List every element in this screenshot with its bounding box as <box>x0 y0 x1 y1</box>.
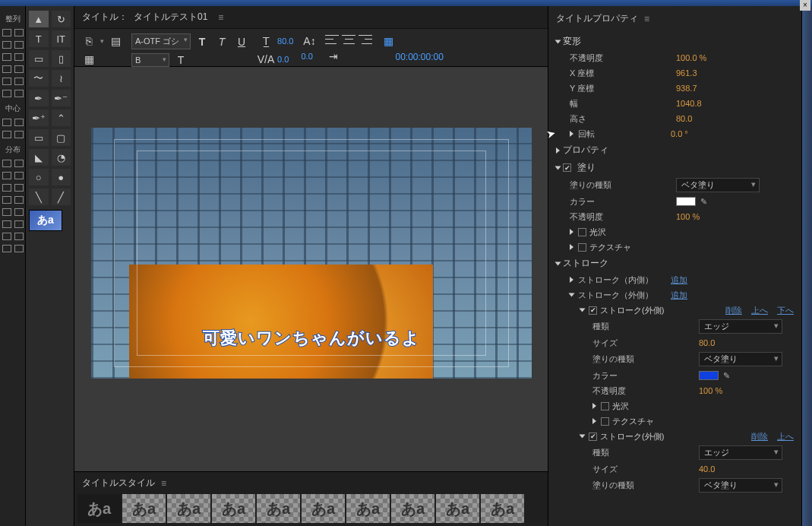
inner-stroke-expand-icon[interactable] <box>570 277 573 283</box>
tab-stops-icon[interactable]: ⇥ <box>325 49 342 64</box>
dist-6-icon[interactable] <box>2 219 24 230</box>
style-swatch[interactable]: あa <box>302 494 345 523</box>
style-swatch[interactable]: あa <box>346 494 390 523</box>
arc-tool[interactable]: ◔ <box>52 149 71 166</box>
dist-2-icon[interactable] <box>2 170 24 181</box>
stroke2-expand-icon[interactable] <box>580 435 586 439</box>
smallcaps-button[interactable]: T <box>172 52 189 68</box>
dist-5-icon[interactable] <box>2 207 24 217</box>
italic-button[interactable]: T <box>213 34 230 49</box>
stroke1-texture-checkbox[interactable] <box>601 417 609 426</box>
rotation-expand-icon[interactable] <box>570 131 573 137</box>
font-weight-select[interactable]: B <box>131 53 169 67</box>
style-swatch[interactable]: あa <box>167 494 210 523</box>
show-video-icon[interactable]: ▦ <box>380 33 397 49</box>
dist-8-icon[interactable] <box>2 243 24 254</box>
stroke1-down-link[interactable]: 下へ <box>777 305 794 316</box>
y-value[interactable]: 938.7 <box>676 84 697 93</box>
kerning-value[interactable]: 0.0 <box>277 55 289 64</box>
inner-stroke-add-link[interactable]: 追加 <box>671 274 687 286</box>
stroke1-kind-select[interactable]: エッジ <box>699 319 782 334</box>
stroke2-up-link[interactable]: 上へ <box>777 431 794 442</box>
style-swatch[interactable]: あa <box>436 494 479 523</box>
line-tool-2[interactable]: ╱ <box>52 189 71 205</box>
align-hcenter-icon[interactable] <box>2 40 24 50</box>
type-tool[interactable]: T <box>29 30 49 47</box>
area-type-tool[interactable]: ▭ <box>29 50 49 67</box>
texture-checkbox[interactable] <box>578 243 586 252</box>
selection-tool[interactable]: ▲ <box>29 11 49 27</box>
vertical-type-tool[interactable]: IT <box>52 30 71 47</box>
stroke1-filltype-select[interactable]: ベタ塗り <box>699 352 782 366</box>
vertical-path-type-tool[interactable]: ≀ <box>52 70 71 87</box>
path-type-tool[interactable]: 〜 <box>29 70 49 87</box>
canvas-area[interactable]: 可愛いワンちゃんがいるよ <box>74 67 548 471</box>
rectangle-tool[interactable]: ▭ <box>29 129 49 146</box>
align-top-icon[interactable] <box>2 64 24 74</box>
stroke1-delete-link[interactable]: 削除 <box>725 305 742 316</box>
section-transform[interactable]: 変形 <box>556 33 794 50</box>
stroke2-kind-select[interactable]: エッジ <box>699 445 782 460</box>
stroke2-size-value[interactable]: 40.0 <box>699 464 715 474</box>
title-text-object[interactable]: 可愛いワンちゃんがいるよ <box>203 327 420 350</box>
style-thumbnail[interactable]: あa <box>29 210 62 231</box>
leading-value[interactable]: 0.0 <box>301 52 312 61</box>
title-canvas[interactable]: 可愛いワンちゃんがいるよ <box>91 128 532 379</box>
opacity-value[interactable]: 100.0 % <box>676 53 706 62</box>
style-swatch[interactable]: あa <box>122 494 166 523</box>
roll-crawl-icon[interactable]: ▦ <box>81 52 97 67</box>
dist-3-icon[interactable] <box>2 182 24 193</box>
convert-anchor-tool[interactable]: ⌃ <box>52 109 71 126</box>
style-swatch[interactable]: あa <box>77 494 121 523</box>
stroke1-up-link[interactable]: 上へ <box>751 305 768 316</box>
properties-menu-icon[interactable]: ≡ <box>644 14 649 24</box>
dist-4-icon[interactable] <box>2 195 24 205</box>
dist-1-icon[interactable] <box>2 158 24 169</box>
outer-stroke-add-link[interactable]: 追加 <box>671 290 687 301</box>
stroke2-filltype-select[interactable]: ベタ塗り <box>699 478 782 493</box>
stroke1-gloss-expand-icon[interactable] <box>592 403 596 409</box>
x-value[interactable]: 961.3 <box>676 68 697 78</box>
bold-button[interactable]: T <box>194 34 210 49</box>
stroke1-opacity-value[interactable]: 100 % <box>699 386 722 395</box>
timecode-value[interactable]: 00:00:00:00 <box>395 52 443 62</box>
new-title-icon[interactable]: ⎘ <box>81 33 97 49</box>
stroke1-texture-expand-icon[interactable] <box>592 418 596 424</box>
width-value[interactable]: 1040.8 <box>676 99 702 108</box>
style-swatch[interactable]: あa <box>481 494 524 523</box>
style-swatch[interactable]: あa <box>257 494 300 523</box>
eyedropper-icon[interactable]: ✎ <box>723 371 730 381</box>
pen-tool[interactable]: ✒ <box>29 90 49 106</box>
align-right-button[interactable] <box>359 33 372 46</box>
wedge-tool[interactable]: ◣ <box>29 149 49 166</box>
stroke1-expand-icon[interactable] <box>580 309 586 312</box>
vertical-area-type-tool[interactable]: ▯ <box>52 50 71 67</box>
font-family-select[interactable]: A-OTF ゴシ <box>131 33 191 49</box>
dist-7-icon[interactable] <box>2 231 24 242</box>
center-h-icon[interactable] <box>2 117 24 128</box>
texture-expand-icon[interactable] <box>570 244 573 250</box>
stroke1-size-value[interactable]: 80.0 <box>699 338 715 347</box>
stroke2-delete-link[interactable]: 削除 <box>751 431 768 442</box>
gloss-checkbox[interactable] <box>578 228 586 236</box>
stroke2-checkbox[interactable] <box>589 433 597 441</box>
add-anchor-tool[interactable]: ✒⁺ <box>29 109 49 126</box>
panel-menu-icon[interactable]: ≡ <box>218 12 223 23</box>
ellipse-fill-tool[interactable]: ● <box>52 169 71 185</box>
eyedropper-icon[interactable]: ✎ <box>700 197 707 207</box>
fill-opacity-value[interactable]: 100 % <box>676 212 700 221</box>
align-vcenter-icon[interactable] <box>2 76 24 87</box>
ellipse-tool[interactable]: ○ <box>29 169 49 185</box>
stroke1-color-swatch[interactable] <box>699 371 719 380</box>
styles-panel-menu-icon[interactable]: ≡ <box>161 478 166 489</box>
fill-type-select[interactable]: ベタ塗り <box>676 178 760 192</box>
align-right-icon[interactable] <box>2 52 24 62</box>
rotation-value[interactable]: 0.0 ° <box>671 129 688 138</box>
window-close-button[interactable]: × <box>800 0 810 11</box>
section-properties[interactable]: プロパティ <box>556 141 794 159</box>
fill-color-swatch[interactable] <box>676 197 696 206</box>
section-fill[interactable]: 塗り <box>556 159 794 176</box>
style-swatch[interactable]: あa <box>391 494 434 523</box>
height-value[interactable]: 80.0 <box>676 114 692 123</box>
outer-stroke-expand-icon[interactable] <box>569 293 575 297</box>
